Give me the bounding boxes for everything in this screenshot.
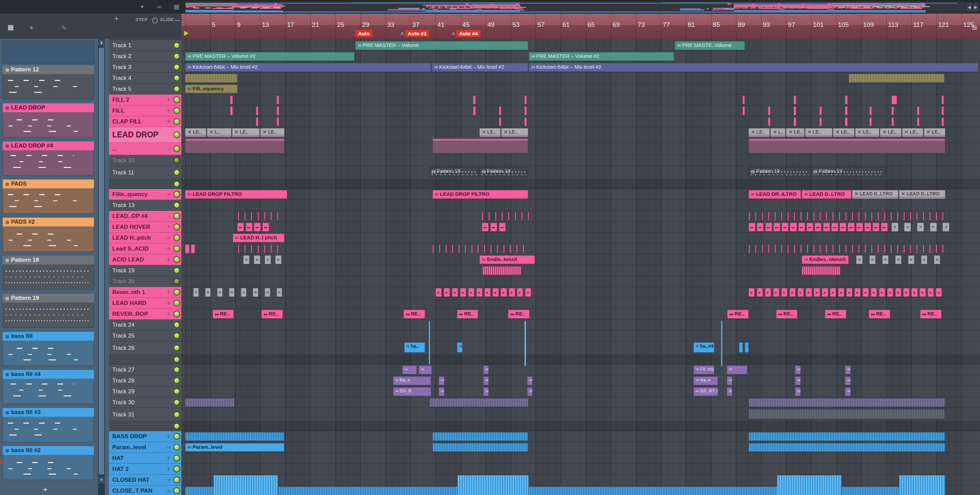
- clip-ba-e[interactable]: Ba..e: [694, 376, 718, 385]
- clip-tick[interactable]: [897, 244, 898, 253]
- clip-le[interactable]: LE..: [805, 128, 833, 137]
- clip-fill[interactable]: [891, 117, 894, 126]
- clip-tick[interactable]: [800, 212, 802, 221]
- clip-le[interactable]: LE..: [855, 128, 880, 137]
- clip-fill[interactable]: [230, 95, 232, 105]
- clip-ba-4[interactable]: ba..#4: [694, 342, 714, 352]
- clip-mutedx[interactable]: [943, 223, 950, 232]
- clip-tick[interactable]: [251, 244, 252, 253]
- track-row-track-28[interactable]: Track 28: [109, 375, 181, 386]
- clip-tick[interactable]: [484, 244, 485, 253]
- clip-sP[interactable]: [749, 398, 945, 407]
- clip-ff1[interactable]: [492, 288, 498, 297]
- track-mute-led[interactable]: [174, 290, 179, 295]
- clip-ff1[interactable]: [862, 288, 869, 297]
- move-icon[interactable]: ✛: [167, 257, 170, 262]
- track-mute-led[interactable]: [174, 346, 179, 351]
- clip-mauve[interactable]: [749, 138, 945, 153]
- clip-tick[interactable]: [942, 212, 943, 221]
- clip-fil-ncy[interactable]: Fil..ncy: [694, 365, 714, 374]
- track-mute-led[interactable]: [174, 311, 179, 317]
- clip-purpsm[interactable]: [483, 376, 488, 385]
- clip-le[interactable]: LE..: [185, 128, 206, 137]
- clip-lead-d-ltro[interactable]: LEAD D..LTRO: [852, 190, 898, 199]
- track-row-hat[interactable]: HAT✛: [109, 453, 181, 464]
- clip-fill[interactable]: [794, 95, 796, 105]
- track-row-acid-lead[interactable]: ACID LEAD✛: [109, 254, 181, 265]
- clip-tick[interactable]: [891, 212, 892, 221]
- track-mute-led[interactable]: [174, 322, 179, 327]
- clip-sP[interactable]: [430, 398, 529, 407]
- clip-pattern-18[interactable]: Pattern 18: [430, 167, 479, 177]
- clip-ff[interactable]: [490, 223, 497, 232]
- clip-ff1[interactable]: [936, 288, 942, 297]
- clip-tick[interactable]: [497, 244, 498, 253]
- clip-tick[interactable]: [904, 244, 905, 253]
- clip-ff[interactable]: [823, 223, 830, 232]
- clip-tick[interactable]: [521, 212, 523, 221]
- clip-tick[interactable]: [528, 212, 529, 221]
- clip-ff[interactable]: [246, 223, 253, 232]
- move-icon[interactable]: ✛: [167, 97, 170, 102]
- clip-tick[interactable]: [244, 212, 246, 221]
- clip-mutedx[interactable]: [193, 288, 199, 297]
- track-row-track-19[interactable]: Track 19: [109, 265, 181, 276]
- track-row-param-level[interactable]: Param..level∞: [109, 442, 181, 453]
- clip-lead-d-ltro[interactable]: LEAD D..LTRO: [899, 190, 945, 199]
- clip-ff1[interactable]: [895, 288, 901, 297]
- track-row-lead-s-acid[interactable]: Lead S..ACID✛: [109, 243, 181, 254]
- clip-bigblue[interactable]: [899, 475, 945, 495]
- clip-sB[interactable]: [749, 443, 945, 452]
- clip-tick[interactable]: [458, 244, 460, 253]
- clip-bluep[interactable]: [745, 342, 749, 352]
- track-mute-led[interactable]: [174, 224, 179, 230]
- track-row-track-20[interactable]: Track 20: [109, 276, 181, 287]
- clip-kickstart-64bit-mix-level-2[interactable]: Kickstart-64bit – Mix level #2: [529, 63, 978, 72]
- clip-tick[interactable]: [755, 212, 756, 221]
- clip-fill[interactable]: [230, 106, 232, 115]
- track-row-blank[interactable]: [109, 422, 181, 431]
- clip-fill[interactable]: [768, 106, 770, 115]
- track-mute-led[interactable]: [174, 300, 179, 306]
- clip-bigblue[interactable]: [213, 475, 278, 495]
- clip-tick[interactable]: [878, 244, 879, 253]
- clip-lead-drop-filtro[interactable]: LEAD DROP FILTRO: [185, 190, 287, 199]
- track-mute-led[interactable]: [174, 182, 179, 187]
- clip-ff1[interactable]: [928, 288, 934, 297]
- clip-tick[interactable]: [832, 212, 834, 221]
- clip-bluep[interactable]: [739, 342, 743, 352]
- track-mute-led[interactable]: [174, 158, 179, 163]
- clip-re[interactable]: RE..: [404, 310, 425, 319]
- track-mute-led[interactable]: [174, 246, 179, 251]
- clip-tick[interactable]: [508, 212, 509, 221]
- link-icon[interactable]: ∞: [167, 235, 170, 240]
- track-mute-led[interactable]: [174, 108, 179, 113]
- clip-olive[interactable]: [849, 74, 944, 82]
- clip-fill[interactable]: [845, 95, 847, 105]
- clip-purpsm[interactable]: [439, 387, 444, 396]
- clip-purpsm[interactable]: [527, 387, 533, 396]
- clip-fill[interactable]: [743, 106, 745, 115]
- track-row-track-26[interactable]: Track 26: [109, 341, 181, 355]
- clip-tick[interactable]: [749, 212, 750, 221]
- track-mute-led[interactable]: [174, 367, 179, 372]
- clip-mauve[interactable]: [185, 138, 285, 153]
- clip-fill[interactable]: [743, 95, 745, 105]
- move-icon[interactable]: ✛: [167, 108, 170, 113]
- clip-tick[interactable]: [839, 244, 840, 253]
- clip-pre-maste-volume[interactable]: PRE MASTE..Volume: [675, 41, 745, 50]
- link-icon[interactable]: ∞: [167, 488, 170, 493]
- clip-purpsm[interactable]: [795, 376, 800, 385]
- clip-tick[interactable]: [477, 244, 479, 253]
- clip-tick[interactable]: [471, 244, 473, 253]
- clip-pre-master-volume[interactable]: PRE MASTER – Volume: [355, 41, 528, 50]
- clip-mutedx[interactable]: [265, 288, 270, 297]
- clip-le[interactable]: LE..: [260, 128, 285, 137]
- clip-mutedx[interactable]: [934, 255, 940, 264]
- clip-mutedx[interactable]: [253, 288, 258, 297]
- clip-fill[interactable]: [845, 117, 847, 126]
- clip-purpsm[interactable]: [439, 376, 444, 385]
- track-row-track-3[interactable]: Track 3: [109, 62, 181, 73]
- clip-ds-b[interactable]: DS_B..: [393, 387, 431, 396]
- clip-re[interactable]: RE..: [727, 310, 748, 319]
